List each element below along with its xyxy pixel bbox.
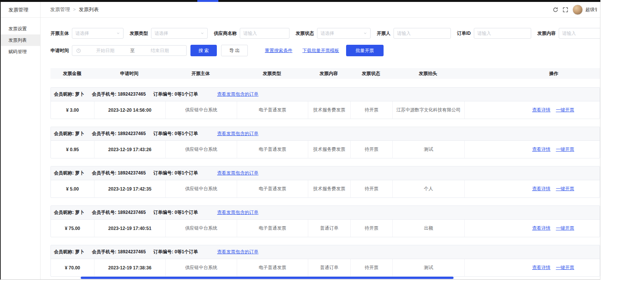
end-date-input[interactable]: 结束日期 [137, 47, 183, 54]
view-detail-link[interactable]: 查看详情 [532, 146, 551, 153]
view-orders-link[interactable]: 查看发票包含的订单 [217, 249, 259, 255]
sidebar-item-code-management[interactable]: 赋码管理 [1, 46, 40, 57]
start-date-input[interactable]: 开始日期 [83, 47, 128, 54]
view-orders-link[interactable]: 查看发票包含的订单 [217, 209, 259, 216]
one-click-invoice-link[interactable]: 一键开票 [556, 264, 574, 271]
export-button[interactable]: 导 出 [221, 45, 247, 56]
topbar-actions: 超级管 [550, 5, 597, 15]
cell-amount: ¥ 3.00 [51, 101, 94, 119]
filter-label: 开票人 [377, 30, 390, 37]
cell-time: 2023-12-19 17:38:36 [94, 259, 165, 276]
cell-status: 待开票 [350, 101, 392, 119]
screen: 发票管理 发票设置 发票列表 赋码管理 发票管理 > 发票列表 [0, 0, 644, 300]
view-orders-link[interactable]: 查看发票包含的订单 [217, 170, 259, 176]
filter-field: 开票主体 请选择 [50, 28, 124, 39]
one-click-invoice-link[interactable]: 一键开票 [556, 225, 574, 232]
col-invoice-amount: 发票金额 [50, 70, 94, 77]
one-click-invoice-link[interactable]: 一键开票 [556, 146, 574, 153]
filter-placeholder: 请输入 [477, 30, 491, 37]
group-header: 会员昵称: 萝卜 会员手机号: 18924237465 订单编号: 0等1个订单… [51, 245, 600, 259]
filter-input[interactable]: 请输入 [394, 28, 451, 39]
cell-operations: 查看详情 一键开票 [464, 259, 598, 276]
table-row: ¥ 5.00 2023-12-19 17:42:35 供应链中台系统 电子普通发… [51, 180, 600, 197]
horizontal-scrollbar-thumb[interactable] [81, 277, 454, 279]
table-row: ¥ 3.00 2023-12-20 14:56:00 供应链中台系统 电子普通发… [51, 101, 600, 119]
cell-type: 电子普通发票 [237, 180, 308, 197]
refresh-icon[interactable] [550, 5, 560, 15]
cell-title: 测试 [392, 141, 464, 158]
order-no: 订单编号: 0等1个订单 [153, 130, 198, 137]
cell-title: 出额 [392, 220, 464, 237]
view-detail-link[interactable]: 查看详情 [532, 225, 551, 232]
cell-time: 2023-12-19 17:43:26 [94, 141, 165, 158]
main-area: 发票管理 > 发票列表 超级管 [41, 2, 600, 279]
date-range-picker[interactable]: 开始日期 至 结束日期 [72, 45, 187, 56]
member-phone: 会员手机号: 18924237465 [92, 249, 146, 255]
sidebar-item-invoice-settings[interactable]: 发票设置 [1, 23, 40, 34]
member-phone: 会员手机号: 18924237465 [92, 91, 146, 98]
apply-time-label: 申请时间 [50, 47, 69, 54]
col-invoice-content: 发票内容 [307, 70, 350, 77]
cell-status: 待开票 [350, 220, 392, 237]
cell-title: 江苏中源数字文化科技有限公司 [392, 101, 464, 119]
cell-type: 电子普通发票 [237, 220, 308, 237]
filter-fields-row: 开票主体 请选择 发票类型 请选择 供应商名称 请输入 发票状态 [50, 28, 600, 39]
member-nickname: 会员昵称: 萝卜 [54, 209, 84, 216]
filter-input[interactable]: 请选择 [317, 28, 371, 39]
sidebar-item-invoice-list[interactable]: 发票列表 [1, 34, 40, 46]
cell-type: 电子普通发票 [237, 141, 308, 158]
sidebar-nav: 发票设置 发票列表 赋码管理 [1, 18, 40, 57]
cell-time: 2023-12-19 17:40:51 [94, 220, 165, 237]
filter-input[interactable]: 请输入 [240, 28, 289, 39]
cell-subject: 供应链中台系统 [165, 259, 237, 276]
view-detail-link[interactable]: 查看详情 [532, 107, 551, 113]
avatar[interactable] [572, 5, 583, 15]
filter-label: 供应商名称 [214, 30, 237, 37]
date-range-separator: 至 [128, 47, 137, 54]
filter-input[interactable]: 请输入 [559, 28, 600, 39]
view-detail-link[interactable]: 查看详情 [532, 264, 551, 271]
filter-input[interactable]: 请输入 [474, 28, 531, 39]
one-click-invoice-link[interactable]: 一键开票 [556, 186, 574, 192]
toolbar-row: 申请时间 开始日期 至 结束日期 搜 索 导 出 重置搜索条件 [50, 45, 600, 56]
sidebar-title: 发票管理 [1, 2, 40, 18]
one-click-invoice-link[interactable]: 一键开票 [556, 107, 574, 113]
view-orders-link[interactable]: 查看发票包含的订单 [217, 130, 259, 137]
page-content: 开票主体 请选择 发票类型 请选择 供应商名称 请输入 发票状态 [41, 18, 600, 279]
filter-label: 开票主体 [50, 30, 69, 37]
cell-time: 2023-12-19 17:42:35 [94, 180, 165, 197]
cell-subject: 供应链中台系统 [165, 101, 237, 119]
filter-field: 订单ID 请输入 [457, 28, 531, 39]
filter-field: 发票状态 请选择 [296, 28, 371, 39]
view-detail-link[interactable]: 查看详情 [532, 186, 551, 192]
invoice-group: 会员昵称: 萝卜 会员手机号: 18924237465 订单编号: 0等1个订单… [50, 127, 600, 158]
batch-invoice-button[interactable]: 批量开票 [346, 45, 384, 56]
filter-field: 开票人 请输入 [377, 28, 451, 39]
order-no: 订单编号: 0等1个订单 [153, 170, 198, 176]
search-button[interactable]: 搜 索 [190, 45, 217, 56]
filter-input[interactable]: 请选择 [151, 28, 208, 39]
table-row: ¥ 75.00 2023-12-19 17:40:51 供应链中台系统 电子普通… [51, 220, 600, 237]
filter-input[interactable]: 请选择 [72, 28, 124, 39]
cell-content: 技术服务费发票 [308, 180, 350, 197]
reset-search-link[interactable]: 重置搜索条件 [265, 47, 293, 54]
col-invoice-status: 发票状态 [350, 70, 392, 77]
fullscreen-icon[interactable] [560, 5, 570, 15]
invoice-groups: 会员昵称: 萝卜 会员手机号: 18924237465 订单编号: 0等1个订单… [50, 87, 600, 277]
cell-content: 普通订单 [308, 259, 350, 276]
member-phone: 会员手机号: 18924237465 [92, 170, 146, 176]
filter-label: 发票类型 [130, 30, 148, 37]
filter-field: 发票内容 请输入 [537, 28, 600, 39]
group-header: 会员昵称: 萝卜 会员手机号: 18924237465 订单编号: 0等1个订单… [51, 127, 600, 141]
member-phone: 会员手机号: 18924237465 [92, 130, 146, 137]
filter-placeholder: 请选择 [154, 30, 168, 37]
breadcrumb-root[interactable]: 发票管理 [50, 6, 70, 13]
table-row: ¥ 70.00 2023-12-19 17:38:36 供应链中台系统 电子普通… [51, 259, 600, 276]
col-invoice-title: 发票抬头 [392, 70, 464, 77]
view-orders-link[interactable]: 查看发票包含的订单 [217, 91, 259, 98]
filter-field: 发票类型 请选择 [130, 28, 208, 39]
horizontal-scrollbar [81, 277, 599, 279]
invoice-group: 会员昵称: 萝卜 会员手机号: 18924237465 订单编号: 0等1个订单… [50, 166, 600, 198]
download-batch-template-link[interactable]: 下载批量开票模板 [302, 47, 339, 54]
cell-status: 待开票 [350, 141, 392, 158]
